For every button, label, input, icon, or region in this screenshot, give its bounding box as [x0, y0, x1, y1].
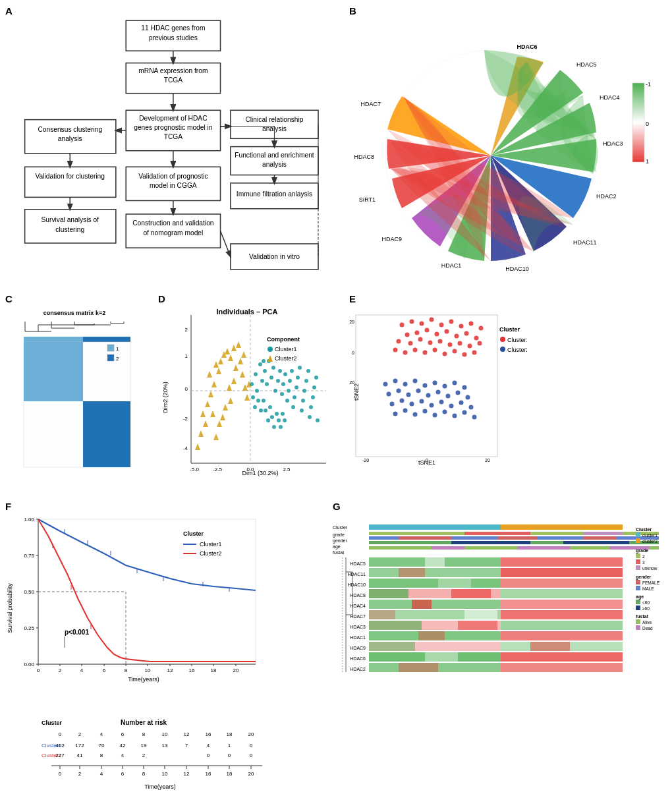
svg-text:Immune filtration anlaysis: Immune filtration anlaysis [237, 190, 312, 198]
svg-text:HDAC10: HDAC10 [505, 266, 529, 272]
svg-text:42: 42 [120, 743, 126, 749]
panel-e: E tSNE2 tSNE1 20 0 -20 -20 0 20 [349, 293, 534, 497]
svg-marker-129 [220, 414, 225, 420]
svg-text:6: 6 [121, 731, 125, 737]
svg-point-263 [433, 413, 437, 418]
svg-point-266 [462, 410, 467, 415]
svg-point-156 [296, 376, 300, 380]
svg-point-205 [479, 326, 484, 331]
svg-text:Construction and validation: Construction and validation [132, 219, 214, 227]
svg-text:6: 6 [103, 667, 106, 673]
svg-marker-127 [228, 397, 233, 404]
svg-marker-126 [227, 384, 232, 391]
svg-point-227 [433, 348, 437, 353]
svg-text:Survival analysis of: Survival analysis of [42, 216, 99, 223]
svg-rect-62 [632, 83, 644, 162]
svg-text:0: 0 [59, 771, 62, 777]
svg-text:18: 18 [227, 771, 233, 777]
svg-point-168 [316, 418, 320, 422]
svg-point-226 [423, 351, 428, 355]
svg-point-170 [253, 405, 257, 409]
svg-text:HDAC10: HDAC10 [347, 582, 366, 587]
svg-point-242 [397, 389, 401, 393]
svg-text:10: 10 [145, 667, 151, 673]
svg-text:TCGA: TCGA [164, 133, 183, 140]
svg-point-246 [436, 390, 441, 395]
svg-point-184 [262, 359, 266, 363]
svg-text:HDAC7: HDAC7 [360, 101, 381, 107]
svg-rect-403 [369, 589, 408, 598]
svg-rect-386 [517, 546, 570, 550]
svg-text:TCGA: TCGA [164, 76, 183, 84]
svg-text:SIRT1: SIRT1 [359, 196, 376, 203]
svg-text:1.00: 1.00 [24, 517, 34, 523]
svg-rect-397 [369, 579, 501, 588]
svg-point-135 [258, 362, 262, 366]
svg-marker-110 [213, 361, 219, 368]
svg-point-202 [449, 320, 454, 324]
svg-rect-373 [583, 532, 623, 535]
svg-rect-421 [501, 631, 623, 640]
svg-text:cluster1: cluster1 [642, 533, 658, 538]
svg-text:0.25: 0.25 [24, 625, 34, 631]
svg-point-151 [288, 379, 292, 383]
svg-text:4: 4 [100, 731, 103, 737]
svg-point-175 [266, 418, 270, 422]
panel-f: F Survival probability 0.00 0.25 0.50 0.… [5, 501, 322, 787]
svg-point-239 [453, 381, 457, 385]
risk-table: Cluster Number at risk 0 2 4 6 8 10 12 1… [38, 713, 322, 792]
consensus-matrix: consensus matrix k=2 [5, 305, 150, 492]
svg-text:Consensus clustering: Consensus clustering [38, 126, 102, 133]
svg-point-230 [462, 353, 467, 357]
svg-text:12: 12 [184, 731, 190, 737]
svg-text:MALE: MALE [642, 586, 654, 591]
svg-rect-87 [107, 354, 114, 361]
svg-point-136 [255, 389, 259, 393]
risk-label-cluster: Cluster [42, 720, 63, 726]
svg-text:Clinical relationship: Clinical relationship [245, 116, 303, 123]
svg-rect-451 [636, 565, 640, 570]
svg-rect-31 [25, 167, 116, 197]
svg-text:1: 1 [185, 353, 188, 359]
svg-point-217 [428, 341, 433, 345]
panel-a: A 11 HDAC genes from previous studies mR… [5, 5, 348, 289]
svg-point-172 [259, 409, 263, 412]
svg-text:previous studies: previous studies [149, 34, 198, 42]
svg-rect-435 [399, 663, 438, 672]
svg-text:20: 20 [233, 667, 239, 673]
svg-text:Dead: Dead [642, 626, 653, 631]
svg-point-269 [500, 347, 505, 352]
svg-point-149 [285, 399, 289, 403]
svg-rect-407 [501, 600, 623, 609]
svg-point-208 [425, 328, 430, 333]
svg-text:20: 20 [248, 771, 254, 777]
pca-title: Individuals – PCA [217, 308, 278, 316]
svg-text:2: 2 [78, 771, 82, 777]
svg-text:-2.5: -2.5 [213, 467, 222, 472]
svg-marker-109 [207, 371, 212, 378]
svg-rect-42 [126, 214, 220, 248]
svg-text:grade: grade [333, 532, 345, 538]
svg-rect-29 [231, 244, 318, 269]
svg-text:16: 16 [206, 771, 211, 777]
svg-point-234 [403, 382, 408, 387]
svg-point-241 [387, 392, 391, 397]
svg-line-46 [221, 231, 231, 257]
survival-yaxis: Survival probability [7, 583, 13, 633]
svg-text:2: 2 [116, 356, 119, 362]
svg-text:16: 16 [206, 731, 211, 737]
svg-rect-398 [501, 579, 623, 588]
svg-text:HDAC3: HDAC3 [350, 625, 366, 629]
svg-text:HDAC6: HDAC6 [350, 656, 366, 661]
svg-text:0.50: 0.50 [24, 589, 34, 595]
svg-marker-119 [238, 358, 243, 364]
svg-text:20: 20 [248, 731, 254, 737]
svg-rect-459 [636, 600, 640, 604]
svg-point-148 [283, 372, 287, 376]
svg-text:402: 402 [55, 743, 65, 749]
tsne-legend-title: Cluster [499, 326, 520, 333]
svg-text:cluster2: cluster2 [642, 539, 658, 544]
svg-text:8: 8 [142, 771, 146, 777]
svg-point-251 [400, 399, 405, 403]
svg-text:0: 0 [352, 351, 354, 355]
